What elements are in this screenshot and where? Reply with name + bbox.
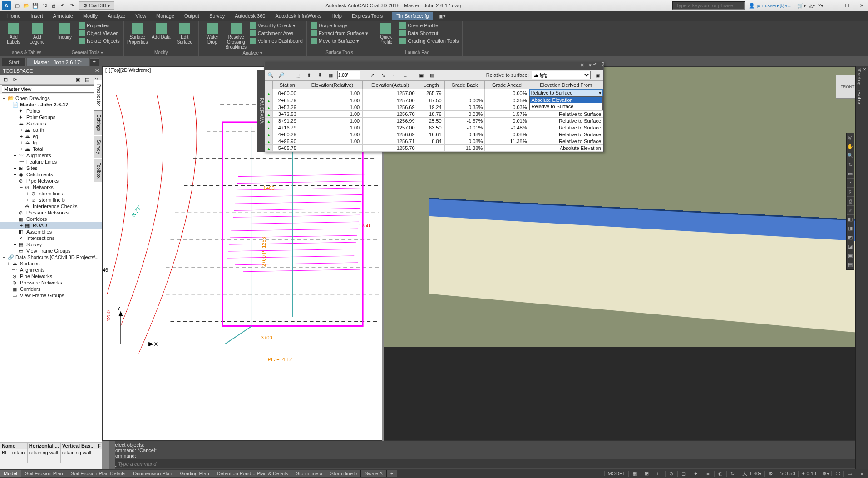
- tree-node[interactable]: ✕Intersections: [0, 235, 102, 241]
- item-view-icon[interactable]: ▤: [84, 76, 91, 83]
- tree-node[interactable]: +⛰earth: [0, 127, 102, 133]
- grid-header[interactable]: Station: [272, 81, 302, 89]
- snap-toggle-icon[interactable]: ⊞: [644, 471, 650, 477]
- tree-node[interactable]: +⛰eg: [0, 133, 102, 139]
- grid-header[interactable]: Length: [418, 81, 444, 89]
- cell-elev-rel[interactable]: 1.00': [302, 118, 363, 124]
- orbit-icon[interactable]: ↻: [847, 160, 854, 169]
- tree-node[interactable]: ※Interference Checks: [0, 203, 102, 209]
- panorama-close-icon[interactable]: ✕: [579, 62, 585, 70]
- transparency-toggle-icon[interactable]: ◐: [717, 471, 724, 477]
- cell-length[interactable]: 16.61': [418, 131, 444, 138]
- cell-station[interactable]: 5+05.75: [272, 145, 302, 152]
- tree-node[interactable]: +◧Assemblies: [0, 229, 102, 235]
- cell-station[interactable]: 0+00.00: [272, 89, 302, 97]
- tree-node[interactable]: +◉Catchments: [0, 171, 102, 178]
- viewport-controls[interactable]: [+][Top][2D Wireframe]: [105, 68, 151, 73]
- help-icon[interactable]: ?▾: [818, 3, 824, 9]
- cell-elev-act[interactable]: 1256.71': [363, 138, 418, 145]
- insert-pvi-icon[interactable]: ⬚: [294, 71, 302, 79]
- side-tab-survey[interactable]: Survey: [94, 136, 102, 158]
- tree-node[interactable]: ▦Corridors: [0, 286, 102, 292]
- zoom-prev-icon[interactable]: 🔎: [277, 71, 286, 79]
- grid-header[interactable]: Elevation(Actual): [363, 81, 418, 89]
- grid-header[interactable]: Grade Back: [444, 81, 484, 89]
- cell-elev-derived[interactable]: Relative to Surface: [529, 138, 603, 145]
- workspace-icon[interactable]: ⚙▾: [822, 471, 829, 477]
- tree-node[interactable]: −⊘Networks: [0, 184, 102, 190]
- cell-grade-back[interactable]: 0.48%: [444, 131, 484, 138]
- cycling-icon[interactable]: ↻: [730, 471, 736, 477]
- exchange-icon[interactable]: 🛒▾: [797, 3, 806, 9]
- grid-cell[interactable]: retaining wall: [60, 449, 96, 456]
- cell-elev-derived[interactable]: Relative to Surface: [529, 118, 603, 124]
- lineweight-toggle-icon[interactable]: ≡: [705, 471, 711, 476]
- tree-node[interactable]: ⊘Pipe Networks: [0, 273, 102, 279]
- cell-elev-rel[interactable]: 1.00': [302, 131, 363, 138]
- tab-output[interactable]: Output: [180, 12, 204, 20]
- close-button[interactable]: ✕: [857, 3, 866, 9]
- cell-elev-rel[interactable]: 1.00': [302, 138, 363, 145]
- monitor-icon[interactable]: 🖵: [834, 471, 841, 476]
- maximize-button[interactable]: ☐: [843, 3, 852, 9]
- model-paper-toggle[interactable]: MODEL: [604, 471, 628, 476]
- grid-col-name[interactable]: Name: [0, 443, 28, 449]
- cmd-grip-icon[interactable]: [109, 441, 115, 469]
- grading-elevation-editor-collapsed[interactable]: — ☐ ✕ Grading Elevation E...: [855, 66, 868, 469]
- grid-cell[interactable]: retaining wall: [27, 449, 60, 456]
- cell-elev-act[interactable]: 1257.00': [363, 89, 418, 97]
- ortho-toggle-icon[interactable]: ∟: [656, 471, 662, 476]
- osnap-toggle-icon[interactable]: ◻: [681, 471, 687, 477]
- tree-expand-icon[interactable]: ⊟: [2, 76, 9, 83]
- dropdown-option[interactable]: Relative to Surface: [530, 103, 602, 110]
- cell-station[interactable]: 4+16.79: [272, 124, 302, 131]
- zoom-icon[interactable]: 🔍: [847, 151, 854, 160]
- showmotion-icon[interactable]: ▭: [847, 169, 854, 179]
- cell-elev-derived[interactable]: Absolute Elevation: [529, 145, 603, 152]
- cleanscreen-icon[interactable]: ▭: [847, 471, 853, 477]
- layout-tab[interactable]: Soil Erosion Plan: [21, 470, 67, 477]
- cell-grade-ahead[interactable]: -0.48%: [485, 124, 529, 131]
- dyninput-toggle-icon[interactable]: +: [693, 471, 699, 476]
- cell-grade-back[interactable]: [444, 89, 484, 97]
- preview-icon[interactable]: ▣: [74, 76, 82, 83]
- cell-grade-ahead[interactable]: -0.35%: [485, 97, 529, 104]
- ribbon-button[interactable]: Visibility Check ▾: [249, 22, 304, 29]
- cell-length[interactable]: 265.79': [418, 89, 444, 97]
- steering-wheel-icon[interactable]: ◎: [847, 133, 854, 142]
- rail-close-icon[interactable]: ✕: [863, 67, 867, 72]
- doc-tab-add[interactable]: +: [90, 58, 99, 66]
- cell-elev-rel[interactable]: 1.00': [302, 124, 363, 131]
- decimal-value[interactable]: ⇲ 3.50: [780, 471, 795, 476]
- panorama-check-icon[interactable]: ✔: [592, 61, 598, 67]
- layout-tab[interactable]: Soil Erosion Plan Details: [67, 470, 129, 477]
- grid-toggle-icon[interactable]: ▦: [631, 471, 638, 477]
- zoom-extents-icon[interactable]: 🔍: [266, 71, 275, 79]
- tab-infraworks[interactable]: Autodesk InfraWorks: [271, 12, 326, 20]
- nav-a-icon[interactable]: ⎘: [847, 188, 854, 197]
- plot-icon[interactable]: 🖨: [50, 2, 57, 9]
- user-menu[interactable]: john.sayre@a...: [757, 3, 792, 8]
- relative-surface-select[interactable]: ⛰ fgfg: [532, 71, 591, 79]
- side-tab-toolbox[interactable]: Toolbox: [94, 159, 102, 182]
- layout-tab[interactable]: Storm line a: [292, 470, 327, 477]
- cell-length[interactable]: 19.24': [418, 104, 444, 111]
- cell-elev-rel[interactable]: [302, 145, 363, 152]
- ribbon-overflow[interactable]: ▣▾: [434, 12, 450, 20]
- ribbon-button[interactable]: Grading Creation Tools: [399, 37, 459, 45]
- elevation-editor-grid[interactable]: StationElevation(Relative)Elevation(Actu…: [265, 81, 603, 152]
- tab-insert[interactable]: Insert: [26, 12, 48, 20]
- master-view-select[interactable]: Master View: [2, 85, 100, 93]
- help-search-input[interactable]: [672, 1, 745, 10]
- tree-node[interactable]: −🔗Data Shortcuts [C:\Civil 3D Projects\.…: [0, 254, 102, 260]
- ribbon-button[interactable]: Object Viewer: [78, 30, 121, 37]
- tree-node[interactable]: ✦Point Groups: [0, 114, 102, 120]
- nav-b-icon[interactable]: ⎙: [847, 197, 854, 206]
- ribbon-button[interactable]: Water Drop: [202, 22, 223, 45]
- tree-node[interactable]: +▦ROAD: [0, 222, 102, 229]
- cell-elev-act[interactable]: 1256.69': [363, 131, 418, 138]
- cell-length[interactable]: 18.76': [418, 111, 444, 118]
- grid-col-horiz[interactable]: Horizontal ...: [27, 443, 60, 449]
- ribbon-button[interactable]: Quick Profile: [375, 22, 397, 45]
- tree-node[interactable]: +⊘storm line a: [0, 190, 102, 197]
